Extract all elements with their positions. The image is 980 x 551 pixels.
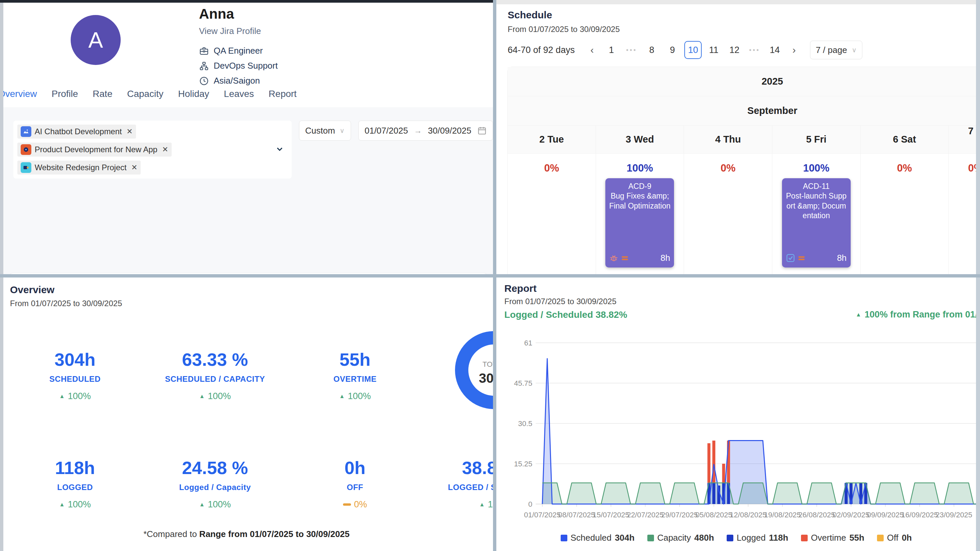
day-utilization-percent: 0% [897, 162, 912, 174]
svg-text:19/08/2025: 19/08/2025 [764, 511, 801, 519]
footnote-prefix: *Compared to [143, 529, 199, 539]
up-trend-icon: ▲ [59, 501, 65, 508]
stat-logged-scheduled: 38.82 %LOGGED / SCHEDULED▲100% [425, 457, 493, 510]
page-button-8[interactable]: 8 [643, 41, 660, 59]
legend-item-scheduled[interactable]: Scheduled304h [561, 533, 635, 543]
svg-text:05/08/2025: 05/08/2025 [695, 511, 732, 519]
overview-panel: Overview From 01/07/2025 to 30/09/2025 3… [0, 278, 493, 551]
svg-text:30.5: 30.5 [518, 419, 532, 428]
chevron-down-icon[interactable] [275, 144, 284, 155]
stat-delta: ▲100% [425, 499, 493, 510]
tab-report[interactable]: Report [269, 89, 297, 99]
task-card-acd-9[interactable]: ACD-9Bug Fixes &amp; Final Optimization8… [605, 178, 674, 267]
svg-text:61: 61 [524, 339, 532, 347]
mountains-project-icon [21, 126, 31, 137]
stat-label: SCHEDULED / CAPACITY [145, 375, 285, 384]
legend-label: Logged [737, 533, 766, 543]
range-type-select[interactable]: Custom ∨ [299, 121, 351, 141]
calendar-cell-7: 0% [949, 154, 980, 274]
day-utilization-percent: 100% [627, 162, 653, 174]
vertical-scrollbar[interactable] [976, 278, 980, 551]
report-subtitle: From 01/07/2025 to 30/09/2025 [504, 297, 616, 306]
calendar-cell-5-fri: 100%ACD-11Post-launch Support &amp; Docu… [772, 154, 861, 274]
project-chip-website-redesign-project[interactable]: Website Redesign Project✕ [18, 160, 141, 175]
report-comparison-text: 100% from Range from 01/07/2025 to 30/09… [865, 310, 980, 320]
stat-delta: ▲100% [285, 391, 425, 402]
svg-text:0: 0 [528, 500, 532, 508]
task-card-acd-11[interactable]: ACD-11Post-launch Support &amp; Document… [782, 178, 851, 267]
stat-delta: ▲100% [145, 499, 285, 510]
project-chip-ai-chatbot-development[interactable]: AI Chatbot Development✕ [18, 125, 136, 138]
remove-chip-icon[interactable]: ✕ [126, 127, 132, 136]
profile-role: QA Engineer [199, 46, 278, 56]
stat-label: OFF [285, 483, 425, 492]
resource-planning-dashboard: { "colors": { "accent": "#2563eb", "gree… [0, 0, 980, 551]
tab-capacity[interactable]: Capacity [127, 89, 163, 99]
stat-off: 0hOFF0% [285, 457, 425, 510]
legend-item-capacity[interactable]: Capacity480h [648, 533, 714, 543]
stat-value: 24.58 % [145, 457, 285, 478]
overview-subtitle: From 01/07/2025 to 30/09/2025 [10, 299, 122, 308]
day-utilization-percent: 0% [721, 162, 736, 174]
page-button-10[interactable]: 10 [684, 41, 702, 59]
remove-chip-icon[interactable]: ✕ [162, 145, 168, 154]
report-comparison: ▲ 100% from Range from 01/07/2025 to 30/… [856, 310, 980, 320]
profile-team-label: DevOps Support [214, 60, 278, 71]
calendar-day-header-6-sat: 6 Sat [861, 125, 949, 153]
page-button-12[interactable]: 12 [725, 41, 743, 59]
tab-rate[interactable]: Rate [93, 89, 112, 99]
prev-page-button[interactable]: ‹ [585, 41, 599, 59]
remove-chip-icon[interactable]: ✕ [131, 163, 137, 172]
page-size-select[interactable]: 7 / page∨ [810, 41, 862, 59]
date-range-picker[interactable]: 01/07/2025 → 30/09/2025 [358, 121, 493, 141]
up-trend-icon: ▲ [199, 393, 205, 400]
chevron-down-icon: ∨ [340, 127, 345, 135]
calendar-cell-2-tue: 0% [508, 154, 596, 274]
disc-project-icon [21, 144, 31, 155]
schedule-panel: Schedule From 01/07/2025 to 30/09/2025 6… [496, 0, 980, 274]
day-utilization-percent: 0% [544, 162, 559, 174]
pagination-ellipsis[interactable]: ••• [746, 46, 763, 54]
project-chip-label: Website Redesign Project [35, 163, 127, 172]
date-from-value[interactable]: 01/07/2025 [365, 125, 408, 136]
project-filter-multiselect[interactable]: AI Chatbot Development✕Product Developme… [13, 121, 292, 179]
legend-item-off[interactable]: Off0h [877, 533, 912, 543]
donut-ring [462, 338, 493, 402]
report-chart: 015.2530.545.756101/07/202508/07/202515/… [496, 327, 980, 531]
legend-item-logged[interactable]: Logged118h [727, 533, 788, 543]
svg-text:01/07/2025: 01/07/2025 [524, 511, 561, 519]
legend-label: Capacity [657, 533, 691, 543]
legend-item-overtime[interactable]: Overtime55h [801, 533, 864, 543]
vertical-scrollbar[interactable] [976, 0, 980, 274]
tab-holiday[interactable]: Holiday [178, 89, 209, 99]
legend-value: 55h [850, 533, 864, 543]
stat-scheduled: 304hSCHEDULED▲100% [5, 349, 145, 402]
page-size-value: 7 / page [816, 45, 847, 55]
legend-swatch [877, 535, 884, 541]
stat-delta-value: 100% [68, 391, 91, 402]
svg-text:22/07/2025: 22/07/2025 [627, 511, 663, 519]
pagination-ellipsis[interactable]: ••• [623, 46, 640, 54]
page-button-9[interactable]: 9 [663, 41, 681, 59]
tab-overview[interactable]: Overview [0, 89, 37, 99]
tab-leaves[interactable]: Leaves [224, 89, 254, 99]
stat-label: Logged / Capacity [145, 483, 285, 492]
range-type-value: Custom [305, 125, 335, 136]
stat-logged: 118hLOGGED▲100% [5, 457, 145, 510]
svg-text:45.75: 45.75 [514, 379, 532, 387]
tab-profile[interactable]: Profile [52, 89, 78, 99]
profile-timezone: Asia/Saigon [199, 76, 278, 86]
stat-label: OVERTIME [285, 375, 425, 384]
task-card-footer: 8h [609, 252, 670, 264]
page-button-1[interactable]: 1 [603, 41, 620, 59]
next-page-button[interactable]: › [787, 41, 801, 59]
legend-label: Scheduled [571, 533, 612, 543]
page-button-14[interactable]: 14 [766, 41, 783, 59]
view-jira-profile-link[interactable]: View Jira Profile [199, 26, 278, 36]
sidebar-edge [0, 3, 3, 274]
profile-panel: A Anna View Jira Profile QA Engineer Dev… [0, 0, 493, 274]
project-chip-product-development-for-new-app[interactable]: Product Development for New App✕ [18, 143, 172, 157]
date-to-value[interactable]: 30/09/2025 [428, 125, 471, 136]
total-donut-chart: TOTAL 304h [451, 327, 493, 415]
page-button-11[interactable]: 11 [705, 41, 722, 59]
